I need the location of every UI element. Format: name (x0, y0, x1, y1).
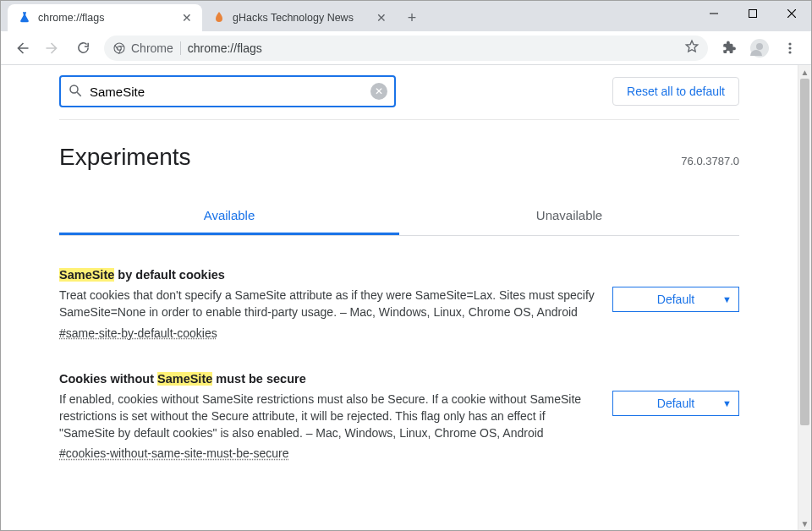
vertical-scrollbar[interactable]: ▲ ▼ (798, 65, 811, 530)
bookmark-star-icon[interactable] (684, 39, 700, 57)
menu-button[interactable] (776, 36, 804, 61)
svg-point-9 (70, 85, 78, 93)
back-button[interactable] (8, 36, 36, 61)
browser-tab-flags[interactable]: chrome://flags ✕ (8, 4, 202, 31)
forward-button[interactable] (38, 36, 67, 61)
address-bar[interactable]: Chrome chrome://flags (104, 36, 708, 61)
flag-dropdown[interactable]: Default ▼ (612, 287, 739, 312)
reset-all-button[interactable]: Reset all to default (612, 77, 739, 106)
window-controls (694, 1, 811, 26)
search-icon (68, 83, 83, 101)
flag-anchor-link[interactable]: #cookies-without-same-site-must-be-secur… (59, 446, 595, 460)
flags-search-input[interactable] (90, 85, 364, 99)
flag-item: SameSite by default cookies Treat cookie… (59, 236, 739, 340)
highlight: SameSite (157, 372, 212, 386)
flags-search-box[interactable]: ✕ (59, 75, 396, 107)
svg-line-10 (77, 92, 81, 96)
flag-title: Cookies without SameSite must be secure (59, 372, 595, 386)
chrome-icon (112, 41, 126, 55)
browser-toolbar: Chrome chrome://flags (1, 31, 811, 65)
page-content: ✕ Reset all to default Experiments 76.0.… (1, 65, 798, 530)
close-icon[interactable]: ✕ (180, 11, 194, 25)
window-close-button[interactable] (772, 1, 811, 26)
tab-title: gHacks Technology News (233, 12, 368, 24)
scroll-up-icon[interactable]: ▲ (798, 65, 811, 79)
tab-title: chrome://flags (38, 12, 173, 24)
flag-title: SameSite by default cookies (59, 268, 595, 282)
svg-rect-1 (749, 10, 757, 18)
tab-available[interactable]: Available (59, 198, 399, 235)
url-text: chrome://flags (188, 41, 684, 55)
flags-tabs: Available Unavailable (59, 198, 739, 236)
chevron-down-icon: ▼ (722, 398, 732, 408)
ghacks-icon (212, 11, 226, 25)
new-tab-button[interactable]: + (400, 6, 424, 30)
flag-item: Cookies without SameSite must be secure … (59, 340, 739, 461)
profile-button[interactable] (745, 36, 774, 61)
chevron-down-icon: ▼ (722, 294, 732, 304)
flag-dropdown-value: Default (657, 397, 694, 410)
clear-search-icon[interactable]: ✕ (370, 83, 387, 100)
tab-unavailable[interactable]: Unavailable (399, 198, 739, 235)
site-label: Chrome (131, 41, 173, 55)
extensions-button[interactable] (715, 36, 743, 61)
scrollbar-thumb[interactable] (800, 79, 809, 425)
flag-description: Treat cookies that don't specify a SameS… (59, 287, 595, 321)
close-icon[interactable]: ✕ (375, 11, 388, 25)
tab-strip: chrome://flags ✕ gHacks Technology News … (1, 1, 811, 31)
minimize-button[interactable] (694, 1, 733, 26)
svg-point-8 (788, 51, 791, 53)
reload-button[interactable] (69, 36, 97, 61)
maximize-button[interactable] (733, 1, 772, 26)
svg-point-6 (788, 42, 791, 45)
flag-dropdown-value: Default (657, 293, 694, 306)
highlight: SameSite (59, 268, 114, 282)
version-text: 76.0.3787.0 (681, 155, 739, 167)
site-info[interactable]: Chrome (112, 41, 173, 55)
flag-dropdown[interactable]: Default ▼ (612, 391, 739, 416)
flag-anchor-link[interactable]: #same-site-by-default-cookies (59, 326, 595, 340)
scroll-down-icon[interactable]: ▼ (798, 517, 811, 530)
svg-point-7 (788, 47, 791, 49)
browser-tab-ghacks[interactable]: gHacks Technology News ✕ (202, 4, 397, 31)
avatar-icon (750, 39, 769, 57)
divider (180, 41, 181, 55)
flask-icon (18, 11, 31, 25)
page-title: Experiments (59, 144, 191, 171)
flag-description: If enabled, cookies without SameSite res… (59, 391, 595, 442)
